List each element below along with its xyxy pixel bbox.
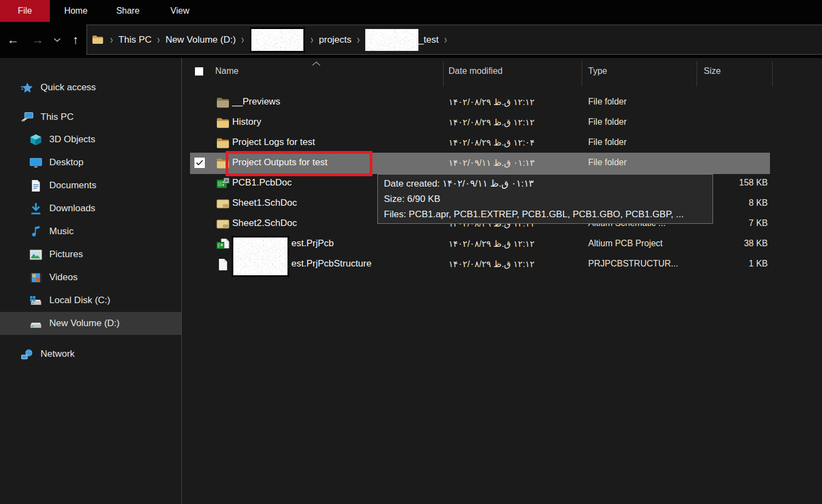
sidebar-item-new-volume-d[interactable]: New Volume (D:)	[0, 312, 181, 335]
address-folder-icon	[92, 35, 104, 44]
select-all-checkbox[interactable]	[195, 67, 203, 76]
breadcrumb-chevron-icon: ›	[157, 33, 160, 46]
ribbon-tab-home[interactable]: Home	[50, 0, 102, 22]
downloads-icon	[30, 202, 42, 215]
sidebar-gap	[0, 335, 181, 343]
table-row[interactable]: __Previews۱۴۰۲/۰۸/۲۹ ق.ظ ۱۲:۱۲File folde…	[182, 92, 822, 113]
up-button[interactable]: ↑	[68, 22, 83, 58]
file-date-modified: ۱۴۰۲/۰۸/۲۹ ق.ظ ۱۲:۱۲	[449, 117, 534, 128]
file-date-modified: ۱۴۰۲/۰۸/۲۹ ق.ظ ۱۲:۰۴	[449, 137, 534, 148]
ribbon: FileHomeShareView	[0, 0, 822, 22]
breadcrumb-label: New Volume (D:)	[165, 34, 235, 45]
file-name: PCB1.PcbDoc	[232, 177, 292, 188]
file-type: File folder	[588, 117, 626, 127]
breadcrumb-chevron-icon: ›	[110, 33, 113, 46]
forward-icon: →	[32, 33, 44, 47]
sidebar-item-3d-objects[interactable]: 3D Objects	[0, 128, 181, 151]
music-icon	[30, 225, 42, 238]
sidebar-item-music[interactable]: Music	[0, 220, 181, 243]
folder-icon	[216, 96, 229, 109]
breadcrumb-chevron-icon: ›	[444, 33, 447, 46]
sidebar-item-local-disk-c[interactable]: Local Disk (C:)	[0, 289, 181, 312]
column-header-size[interactable]: Size	[704, 66, 721, 76]
column-divider[interactable]	[443, 61, 444, 86]
network-icon	[21, 348, 33, 361]
table-row[interactable]: History۱۴۰۲/۰۸/۲۹ ق.ظ ۱۲:۱۲File folder	[182, 113, 822, 133]
file-type: File folder	[588, 137, 626, 147]
redaction-noise	[250, 27, 305, 53]
sidebar-item-label: Quick access	[41, 82, 96, 93]
column-divider[interactable]	[582, 61, 582, 86]
file-type: File folder	[588, 97, 626, 107]
sidebar-item-label: Downloads	[49, 203, 95, 214]
sidebar-item-network[interactable]: Network	[0, 343, 181, 365]
forward-button[interactable]: →	[30, 22, 46, 58]
column-header-row: Name Date modified Type Size	[182, 58, 822, 86]
sidebar-item-videos[interactable]: Videos	[0, 266, 181, 289]
schdoc-icon	[216, 198, 229, 210]
column-header-name[interactable]: Name	[215, 66, 239, 76]
file-name: est.PrjPcb	[291, 238, 334, 249]
sidebar-item-label: Network	[41, 349, 74, 360]
sidebar-item-label: Desktop	[49, 157, 83, 168]
row-checkbox[interactable]	[194, 158, 205, 168]
column-header-date[interactable]: Date modified	[449, 66, 503, 76]
back-button[interactable]: ←	[4, 22, 22, 58]
file-type: Altium PCB Project	[588, 239, 663, 248]
desktop-icon	[30, 157, 42, 169]
tooltip-line: Size: 6/90 KB	[384, 192, 706, 207]
folder-info-tooltip: Date created: ۱۴۰۲/۰۹/۱۱ ق.ظ ۰۱:۱۳Size: …	[377, 174, 713, 224]
file-icon	[216, 258, 229, 271]
sidebar-item-desktop[interactable]: Desktop	[0, 151, 181, 174]
breadcrumb-item[interactable]: projects	[319, 34, 352, 45]
column-header-type[interactable]: Type	[588, 66, 607, 76]
sidebar-item-label: Local Disk (C:)	[49, 295, 110, 306]
folder-icon	[216, 117, 229, 129]
navigation-bar: ← → ↑ ›This PC›New Volume (D:)››projects…	[0, 22, 822, 58]
pcbdoc-icon	[216, 177, 229, 190]
redaction-noise-box	[232, 236, 289, 277]
breadcrumb-item[interactable]: New Volume (D:)	[165, 34, 235, 45]
red-annotation-box	[226, 151, 372, 176]
tooltip-line: Date created: ۱۴۰۲/۰۹/۱۱ ق.ظ ۰۱:۱۳	[384, 176, 706, 192]
file-type: File folder	[588, 158, 626, 167]
breadcrumb-item[interactable]: This PC	[118, 34, 151, 45]
quick-access-icon	[21, 82, 33, 94]
ribbon-tab-view[interactable]: View	[154, 0, 206, 22]
sidebar-item-pictures[interactable]: Pictures	[0, 243, 181, 266]
breadcrumb-chevron-icon: ›	[242, 33, 244, 46]
file-date-modified: ۱۴۰۲/۰۸/۲۹ ق.ظ ۱۲:۱۲	[449, 239, 534, 249]
sidebar-item-label: This PC	[41, 112, 73, 123]
drive-icon	[30, 317, 42, 330]
breadcrumb-item-redacted[interactable]	[250, 27, 305, 53]
sidebar-item-quick-access[interactable]: Quick access	[0, 77, 181, 99]
column-divider[interactable]	[697, 61, 697, 86]
back-icon: ←	[7, 33, 19, 47]
videos-icon	[30, 271, 42, 284]
breadcrumb-item-redacted[interactable]: _test	[365, 29, 439, 51]
sidebar-item-downloads[interactable]: Downloads	[0, 197, 181, 220]
file-list-pane: Name Date modified Type Size __Previews۱…	[182, 58, 822, 504]
column-divider[interactable]	[772, 61, 773, 86]
file-name: Sheet2.SchDoc	[232, 218, 297, 229]
table-row[interactable]: Project Logs for test۱۴۰۲/۰۸/۲۹ ق.ظ ۱۲:۰…	[182, 133, 822, 153]
chevron-down-icon	[54, 38, 61, 42]
sidebar-item-this-pc[interactable]: This PC	[0, 106, 181, 128]
sidebar-item-label: New Volume (D:)	[49, 318, 119, 329]
3d-objects-icon	[30, 134, 42, 146]
recent-locations-button[interactable]	[50, 22, 64, 58]
sidebar: Quick accessThis PC3D ObjectsDesktopDocu…	[0, 58, 182, 504]
folder-icon	[216, 137, 229, 149]
file-date-modified: ۱۴۰۲/۰۹/۱۱ ق.ظ ۰۱:۱۳	[449, 158, 534, 168]
ribbon-tab-file[interactable]: File	[0, 0, 50, 22]
tooltip-line: Files: PCB1.apr, PCB1.EXTREP, PCB1.GBL, …	[384, 207, 706, 222]
sidebar-item-documents[interactable]: Documents	[0, 174, 181, 197]
this-pc-icon	[21, 111, 33, 124]
sidebar-item-label: Videos	[49, 272, 78, 283]
address-bar[interactable]: ›This PC›New Volume (D:)››projects›_test…	[87, 25, 822, 55]
sidebar-item-label: Documents	[49, 180, 96, 191]
file-name: History	[232, 117, 261, 128]
file-date-modified: ۱۴۰۲/۰۸/۲۹ ق.ظ ۱۲:۱۲	[449, 259, 534, 269]
file-type: PRJPCBSTRUCTUR...	[588, 259, 678, 269]
ribbon-tab-share[interactable]: Share	[102, 0, 154, 22]
